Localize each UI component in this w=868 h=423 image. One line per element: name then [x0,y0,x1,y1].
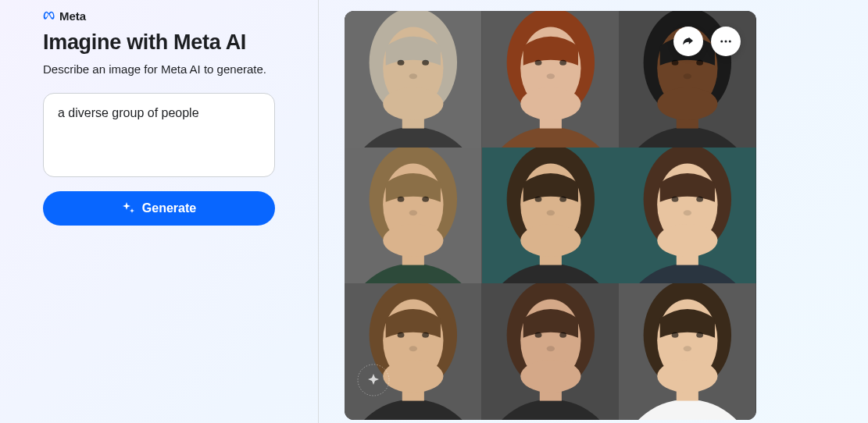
output-panel [319,0,868,423]
portrait-cell [482,283,620,420]
brand: Meta [43,9,275,23]
svg-point-76 [672,332,679,338]
portrait-cell [619,283,756,420]
generated-image [345,11,756,420]
svg-point-14 [559,60,566,66]
portrait-cell [482,11,620,148]
portrait-cell [345,148,482,284]
image-actions [673,27,741,56]
ai-watermark-icon [357,364,390,396]
svg-point-58 [398,332,405,338]
portrait-cell [482,148,620,284]
svg-point-24 [684,73,692,79]
portrait-cell [345,11,482,148]
svg-point-77 [697,332,704,338]
svg-point-50 [697,196,704,201]
share-icon [681,34,695,48]
brand-name: Meta [59,9,86,23]
svg-point-69 [546,347,555,352]
sparkle-icon [122,202,134,215]
svg-point-26 [658,87,718,120]
svg-point-32 [422,196,429,201]
svg-point-15 [546,73,555,79]
svg-point-67 [534,332,541,338]
svg-point-22 [672,60,679,66]
svg-point-51 [684,210,692,215]
svg-point-62 [383,360,443,393]
svg-point-23 [697,60,704,66]
generate-button[interactable]: Generate [43,191,275,226]
svg-point-17 [520,87,580,120]
svg-point-40 [534,196,541,201]
page-title: Imagine with Meta AI [43,30,275,55]
svg-point-80 [658,360,718,393]
svg-point-35 [383,224,443,257]
svg-point-53 [658,224,718,257]
svg-point-68 [559,332,566,338]
generate-button-label: Generate [142,201,196,215]
prompt-input[interactable] [43,93,275,177]
portrait-cell [345,283,482,420]
portrait-grid [345,11,756,420]
svg-point-31 [398,196,405,201]
svg-point-41 [559,196,566,201]
svg-point-13 [534,60,541,66]
page-subtitle: Describe an image for Meta AI to generat… [43,62,275,76]
meta-logo-icon [43,9,56,23]
svg-point-42 [546,210,555,215]
svg-point-59 [422,332,429,338]
more-button[interactable] [711,27,741,56]
sidebar: Meta Imagine with Meta AI Describe an im… [0,0,319,423]
svg-point-82 [725,41,727,43]
svg-point-33 [409,210,418,215]
svg-point-44 [520,224,580,257]
svg-point-71 [520,360,580,393]
svg-point-81 [720,41,723,43]
share-button[interactable] [673,27,703,56]
svg-point-83 [729,41,731,43]
more-icon [719,34,733,48]
svg-point-49 [672,196,679,201]
svg-point-5 [422,60,429,66]
svg-point-78 [684,347,692,352]
svg-point-4 [398,60,405,66]
portrait-cell [619,148,756,284]
svg-point-8 [383,87,443,120]
svg-point-6 [409,73,418,79]
svg-point-60 [409,347,418,352]
